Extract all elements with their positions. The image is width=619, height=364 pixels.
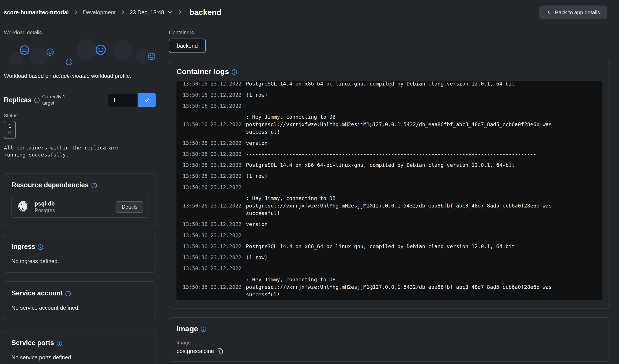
- log-row: 13:50:26 23.12.2022 : Hey Jimmy, connect…: [183, 195, 596, 217]
- log-message: version: [246, 139, 596, 147]
- log-list[interactable]: 13:50:16 23.12.2022 PostgreSQL 14.4 on x…: [176, 81, 602, 300]
- containers-label: Containers: [169, 24, 610, 35]
- tab-backend[interactable]: backend: [169, 39, 206, 53]
- dependency-details-button[interactable]: Details: [116, 201, 143, 213]
- log-timestamp: 13:50:36 23.12.2022: [183, 231, 242, 239]
- log-timestamp: 13:50:26 23.12.2022: [183, 172, 242, 180]
- deployment-selector[interactable]: 23 Dec, 13:48: [130, 9, 173, 15]
- replica-status-box[interactable]: 1: [4, 121, 16, 139]
- log-message: version: [246, 220, 596, 228]
- log-message: PostgreSQL 14.4 on x86_64-pc-linux-gnu, …: [246, 243, 596, 250]
- workload-title: backend: [189, 8, 222, 17]
- profile-text-suffix: workload profile.: [89, 73, 131, 79]
- decorative-blob: [113, 40, 133, 60]
- info-icon[interactable]: [56, 340, 62, 346]
- log-row: 13:50:16 23.12.2022 : Hey Jimmy, connect…: [183, 113, 596, 136]
- info-icon[interactable]: [65, 291, 71, 297]
- info-icon[interactable]: [34, 97, 40, 103]
- log-message: : Hey Jimmy, connecting to DB postgresql…: [246, 113, 596, 136]
- replicas-current-target: Currently 1,target:: [42, 94, 67, 106]
- deployment-selector-label: 23 Dec, 13:48: [130, 9, 164, 15]
- log-row: 13:50:26 23.12.2022 (1 row): [183, 172, 596, 180]
- breadcrumb-app[interactable]: score-humanitec-tutorial: [4, 9, 69, 15]
- log-row: 13:50:16 23.12.2022: [183, 102, 596, 110]
- replica-number: 1: [8, 123, 11, 129]
- log-row: 13:50:36 23.12.2022 : Hey Jimmy, connect…: [183, 276, 596, 298]
- profile-name: default-module: [53, 73, 89, 79]
- replicas-current-line2: target:: [42, 100, 56, 106]
- workload-profile-text: Workload based on default-module workloa…: [4, 73, 156, 79]
- service-account-empty-text: No service account defined.: [12, 305, 148, 311]
- log-row: 13:50:16 23.12.2022 (1 row): [183, 91, 596, 99]
- log-message: (1 row): [246, 172, 596, 180]
- resource-dependencies-card: Resource dependencies psql-db Postgres D…: [4, 173, 156, 226]
- info-icon[interactable]: [38, 244, 43, 250]
- log-row: 13:50:36 23.12.2022: [183, 265, 596, 272]
- log-timestamp: 13:50:16 23.12.2022: [183, 81, 242, 88]
- log-timestamp: 13:50:16 23.12.2022: [183, 91, 242, 99]
- log-row: 13:50:36 23.12.2022 --------------------…: [183, 231, 596, 239]
- log-timestamp: 13:50:16 23.12.2022: [183, 102, 242, 110]
- smiley-icon: [148, 53, 155, 60]
- smiley-icon: [46, 48, 54, 56]
- info-icon[interactable]: [201, 326, 207, 332]
- smiley-icon: [19, 45, 30, 55]
- log-timestamp: 13:50:26 23.12.2022: [183, 202, 242, 209]
- chevron-right-icon: [177, 9, 183, 15]
- check-icon: [144, 97, 150, 103]
- log-row: 13:50:36 23.12.2022 PostgreSQL 14.4 on x…: [183, 243, 596, 250]
- replicas-current-line1: Currently 1,: [42, 94, 67, 100]
- copy-icon[interactable]: [217, 348, 224, 354]
- dependency-text: psql-db Postgres: [35, 200, 55, 213]
- log-row: 13:50:26 23.12.2022: [183, 183, 596, 191]
- log-message: PostgreSQL 14.4 on x86_64-pc-linux-gnu, …: [246, 161, 596, 169]
- replica-input-group: [108, 93, 156, 108]
- log-row: 13:50:16 23.12.2022 PostgreSQL 14.4 on x…: [183, 81, 596, 88]
- log-timestamp: 13:50:36 23.12.2022: [183, 254, 242, 261]
- resource-dependencies-title: Resource dependencies: [12, 182, 89, 189]
- chevron-down-icon: [167, 10, 173, 15]
- log-timestamp: 13:50:26 23.12.2022: [183, 139, 242, 147]
- back-button-label: Back to app details: [555, 9, 600, 15]
- container-logs-title: Container logs: [176, 67, 229, 76]
- log-message: (1 row): [246, 91, 596, 99]
- image-value: postgres:alpine: [176, 348, 214, 354]
- chevron-right-icon: [73, 9, 79, 15]
- smiley-icon: [95, 44, 106, 55]
- log-timestamp: 13:50:26 23.12.2022: [183, 183, 242, 191]
- replica-count-input[interactable]: [108, 93, 137, 108]
- info-icon[interactable]: [231, 69, 237, 75]
- log-row: 13:50:36 23.12.2022 (1 row): [183, 254, 596, 261]
- back-to-app-details-button[interactable]: Back to app details: [539, 5, 607, 19]
- page: score-humanitec-tutorial Development 23 …: [0, 0, 619, 364]
- service-account-title: Service account: [12, 289, 63, 297]
- decorative-blob: [77, 39, 97, 60]
- info-icon[interactable]: [91, 182, 97, 188]
- containers-panel: Containers backend Container logs 13:50:…: [169, 24, 610, 362]
- container-logs-card: Container logs 13:50:16 23.12.2022 Postg…: [169, 61, 610, 308]
- log-timestamp: 13:50:26 23.12.2022: [183, 150, 242, 158]
- apply-replicas-button[interactable]: [138, 93, 156, 108]
- image-field-label: Image: [176, 340, 602, 346]
- log-row: 13:50:26 23.12.2022 version: [183, 139, 596, 147]
- replica-status-label: Status: [4, 113, 156, 118]
- ingress-empty-text: No ingress defined.: [12, 258, 148, 264]
- log-timestamp: 13:50:36 23.12.2022: [183, 220, 242, 228]
- replica-health-dot: [8, 131, 12, 134]
- image-card: Image Image postgres:alpine: [169, 317, 610, 362]
- breadcrumb-environment[interactable]: Development: [83, 9, 115, 15]
- replica-status-message: All containers within the replica are ru…: [4, 144, 131, 158]
- service-account-card: Service account No service account defin…: [4, 281, 156, 319]
- log-timestamp: 13:50:16 23.12.2022: [183, 121, 242, 128]
- log-message: PostgreSQL 14.4 on x86_64-pc-linux-gnu, …: [246, 81, 596, 88]
- ingress-title: Ingress: [12, 243, 35, 251]
- workload-details-label: Workload details: [4, 24, 156, 35]
- chevron-right-icon: [119, 9, 126, 15]
- workload-profile-illustration: [4, 38, 156, 69]
- log-timestamp: 13:50:36 23.12.2022: [183, 265, 242, 272]
- smiley-icon: [66, 58, 73, 66]
- dependency-type: Postgres: [35, 207, 55, 213]
- service-ports-card: Service ports No service ports defined.: [4, 331, 156, 364]
- service-ports-title: Service ports: [12, 339, 54, 347]
- log-timestamp: 13:50:26 23.12.2022: [183, 161, 242, 169]
